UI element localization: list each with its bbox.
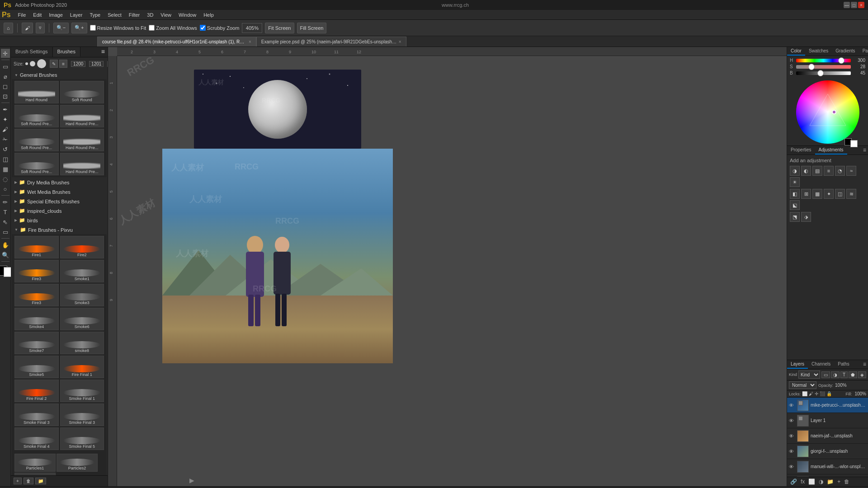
adj-posterize[interactable]: ≋ [846, 189, 856, 199]
zoom-out-btn[interactable]: 🔍− [53, 23, 69, 33]
brush-soft-round-pre-1[interactable]: Soft Round Pre... [14, 105, 59, 127]
prop-panel-menu[interactable]: ≡ [861, 146, 868, 155]
tab-close-1[interactable]: × [249, 39, 251, 44]
layer-item-manuel[interactable]: 👁 manuel-will-...-wlor-unsplash [787, 459, 868, 474]
layer-item-mikep[interactable]: 👁 mike-petrucci-...unsplash (1) [787, 398, 868, 413]
delete-layer-btn[interactable]: 🗑 [843, 479, 851, 485]
eraser-tool[interactable]: ◫ [1, 155, 10, 164]
brush-group-fire-header[interactable]: ▼ 📁 Fire Brushes - Pixvu [12, 225, 107, 234]
brush-smoke4[interactable]: Smoke4 [14, 308, 59, 330]
sat-slider[interactable] [796, 65, 851, 69]
brush-folder-btn[interactable]: 📁 [35, 478, 46, 484]
brush-smoke6[interactable]: Smoke6 [60, 308, 104, 330]
hand-tool[interactable]: ✋ [1, 240, 10, 249]
brush-fire-final-2[interactable]: Fire Final 2 [14, 380, 59, 402]
lock-artboard-btn[interactable]: ⬛ [820, 391, 825, 396]
zoom-tool[interactable]: 🔍 [1, 250, 10, 259]
brush-fire3[interactable]: Fire3 [14, 260, 59, 282]
tab-layers[interactable]: Layers [787, 360, 808, 369]
brush-hard-round-pre-2[interactable]: Hard Round Pre... [60, 129, 104, 151]
eyedropper-tool[interactable]: ✒ [1, 105, 10, 114]
maximize-btn[interactable]: □ [851, 2, 857, 8]
lasso-tool[interactable]: ⌀ [1, 72, 10, 81]
brush-smoke-final-5[interactable]: Smoke Final 5 [60, 427, 104, 450]
tab-properties[interactable]: Properties [787, 146, 815, 155]
lock-image-btn[interactable]: 🖌 [809, 391, 813, 396]
brush-smoke-final-3b[interactable]: Smoke Final 3 [60, 404, 104, 426]
window-controls[interactable]: — □ × [844, 2, 864, 8]
bg-swatch[interactable] [850, 140, 858, 147]
add-mask-btn[interactable]: ⬜ [807, 479, 816, 485]
scrubby-zoom-checkbox[interactable]: Scrubby Zoom [200, 25, 240, 31]
tab-gradients[interactable]: Gradients [832, 47, 859, 56]
menu-image[interactable]: Image [45, 11, 66, 19]
clone-stamp-tool[interactable]: ✁ [1, 135, 10, 144]
layer-item-naeim[interactable]: 👁 naeim-jaf-...unsplash [787, 428, 868, 444]
zoom-all-checkbox[interactable]: Zoom All Windows [149, 25, 197, 31]
dodge-tool[interactable]: ○ [1, 184, 10, 193]
path-select-tool[interactable]: ⇖ [1, 217, 10, 226]
add-style-btn[interactable]: fx [799, 479, 806, 485]
brush-hard-round[interactable]: Hard Round [14, 81, 59, 103]
type-tool[interactable]: T [1, 207, 10, 216]
brush-smoke8[interactable]: smoke8 [60, 332, 104, 354]
new-layer-btn[interactable]: + [836, 479, 842, 485]
adj-hsl[interactable]: ≈ [846, 166, 856, 176]
brush-hard-round-pre-3[interactable]: Hard Round Pre... [60, 153, 104, 175]
adj-photo-filter[interactable]: ⊞ [801, 189, 811, 199]
layer-vis-naeim[interactable]: 👁 [789, 433, 795, 439]
tab-swatches[interactable]: Swatches [805, 47, 832, 56]
layers-panel-menu[interactable]: ≡ [861, 360, 868, 369]
tab-close-2[interactable]: × [399, 39, 401, 44]
adj-vibrance[interactable]: ◔ [835, 166, 845, 176]
brush-smoke7[interactable]: Smoke7 [14, 332, 59, 354]
brush-tool-btn[interactable]: 🖌 [22, 23, 33, 33]
brush-soft-round-pre-3[interactable]: Soft Round Pre... [14, 153, 59, 175]
crop-tool[interactable]: ⊡ [1, 92, 10, 101]
menu-file[interactable]: File [14, 11, 30, 19]
brush-panel-menu[interactable]: ≡ [99, 47, 108, 57]
fill-screen-btn[interactable]: Fill Screen [297, 23, 327, 33]
lock-all-btn[interactable]: 🔒 [826, 391, 832, 396]
size-input-2[interactable] [89, 61, 104, 67]
delete-brush-btn[interactable]: 🗑 [24, 478, 33, 484]
layer-pixel-btn[interactable]: ▭ [821, 371, 830, 378]
brush-group-dry-header[interactable]: ▶ 📁 Dry Media Brushes [12, 178, 107, 187]
adj-exposure[interactable]: ≡ [824, 166, 834, 176]
adj-black-white[interactable]: ◧ [790, 189, 800, 199]
brush-fire1[interactable]: Fire1 [14, 236, 59, 258]
brush-fire-final-1[interactable]: Fire Final 1 [60, 356, 104, 378]
brush-group-wet-header[interactable]: ▶ 📁 Wet Media Brushes [12, 188, 107, 196]
brush-soft-round-pre-2[interactable]: Soft Round Pre... [14, 129, 59, 151]
history-brush-tool[interactable]: ↺ [1, 145, 10, 154]
hue-slider[interactable] [796, 59, 851, 62]
brush-fire2[interactable]: Fire2 [60, 236, 104, 258]
create-brush-icon[interactable]: ✎ [50, 60, 58, 68]
move-tool[interactable]: ✛ [1, 49, 10, 58]
zoom-in-btn[interactable]: 🔍+ [71, 23, 87, 33]
bri-thumb[interactable] [817, 70, 824, 76]
adj-gradient-map[interactable]: ⬔ [790, 212, 800, 222]
brush-group-clouds-header[interactable]: ▶ 📁 inspired_clouds [12, 206, 107, 215]
layer-type-btn[interactable]: T [840, 371, 848, 378]
menu-filter[interactable]: Filter [125, 11, 143, 19]
layer-shape-btn[interactable]: ⬟ [849, 371, 857, 378]
doc-tab-1[interactable]: course file.psd @ 28.4% (mike-petrucci-u… [97, 37, 256, 47]
brush-smoke-final-4[interactable]: Smoke Final 4 [14, 427, 59, 450]
brush-particles2[interactable]: Particles2 [57, 454, 98, 472]
tab-patterns[interactable]: Patterns [859, 47, 868, 56]
size-input-1[interactable] [71, 61, 85, 67]
layer-item-layer1[interactable]: 👁 Layer 1 [787, 413, 868, 428]
resize-windows-checkbox[interactable]: Resize Windows to Fit [90, 25, 146, 31]
menu-help[interactable]: Help [200, 11, 217, 19]
brush-options-icon[interactable]: ≡ [59, 60, 67, 68]
brush-smoke3[interactable]: Smoke3 [60, 284, 104, 306]
brush-group-general-header[interactable]: ▼ General Brushes [12, 71, 107, 79]
tab-channels[interactable]: Channels [808, 360, 834, 369]
kind-select[interactable]: Kind [798, 371, 820, 379]
menu-window[interactable]: Window [175, 11, 200, 19]
brush-hard-round-pre-1[interactable]: Hard Round Pre... [60, 105, 104, 127]
opacity-value[interactable]: 100% [835, 383, 847, 388]
new-fill-btn[interactable]: ◑ [817, 479, 825, 485]
brush-smoke-final-3a[interactable]: Smoke Final 3 [14, 404, 59, 426]
